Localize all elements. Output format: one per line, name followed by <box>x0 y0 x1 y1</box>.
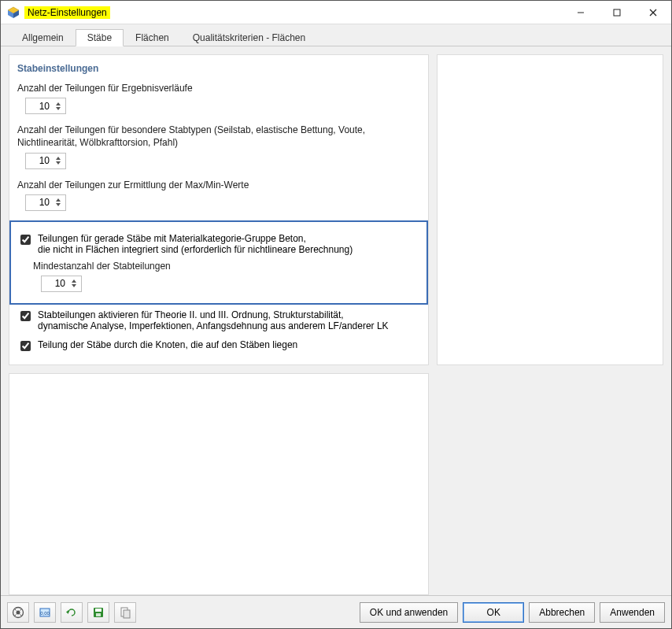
svg-rect-18 <box>96 613 101 616</box>
close-button[interactable] <box>635 1 671 24</box>
tabbar: Allgemein Stäbe Flächen Qualitätskriteri… <box>1 24 671 46</box>
divisions-special-label: Anzahl der Teilungen für besondere Stabt… <box>17 124 395 149</box>
tab-flaechen[interactable]: Flächen <box>124 28 181 46</box>
divisions-maxmin-spinner[interactable] <box>25 194 66 211</box>
chevron-down-icon[interactable] <box>56 107 61 110</box>
units-button[interactable]: 0,00 <box>34 602 56 623</box>
activate-divisions-checkbox[interactable] <box>20 311 31 321</box>
svg-rect-17 <box>95 609 102 612</box>
svg-rect-4 <box>614 9 620 16</box>
divisions-special-input[interactable] <box>26 154 53 167</box>
divisions-results-input[interactable] <box>26 100 53 113</box>
min-divisions-label: Mindestanzahl der Stabteilungen <box>33 260 420 272</box>
divide-by-nodes-checkbox[interactable] <box>20 341 31 351</box>
dialog-window: Netz-Einstellungen Allgemein Stäbe Fläch… <box>0 0 672 629</box>
settings-panel: Stabeinstellungen Anzahl der Teilungen f… <box>9 54 429 365</box>
titlebar: Netz-Einstellungen <box>1 1 671 24</box>
concrete-divisions-label: Teilungen für gerade Stäbe mit Materialk… <box>38 233 353 255</box>
divisions-maxmin-input[interactable] <box>26 196 53 209</box>
footer: 0,00 OK und anwenden OK Abbrechen Anwend… <box>1 595 671 628</box>
app-icon <box>7 6 20 19</box>
clipboard-button[interactable] <box>114 602 136 623</box>
chevron-up-icon[interactable] <box>72 279 76 283</box>
ok-and-apply-button[interactable]: OK und anwenden <box>360 602 458 623</box>
concrete-divisions-checkbox[interactable] <box>20 235 31 245</box>
tab-allgemein[interactable]: Allgemein <box>10 28 76 46</box>
chevron-down-icon[interactable] <box>56 161 61 165</box>
cancel-button[interactable]: Abbrechen <box>529 602 595 623</box>
help-button[interactable] <box>7 602 29 623</box>
apply-button[interactable]: Anwenden <box>600 602 665 623</box>
activate-divisions-label: Stabteilungen aktivieren für Theorie II.… <box>38 309 389 331</box>
lower-panel <box>9 373 429 595</box>
lower-spacer <box>437 373 663 595</box>
preview-panel <box>437 54 663 365</box>
divisions-results-spinner[interactable] <box>25 98 66 114</box>
ok-button[interactable]: OK <box>463 602 524 623</box>
min-divisions-input[interactable] <box>42 277 68 290</box>
min-divisions-spinner[interactable] <box>41 276 82 292</box>
divide-by-nodes-label: Teilung der Stäbe durch die Knoten, die … <box>38 339 297 350</box>
svg-rect-20 <box>124 610 130 618</box>
highlighted-option: Teilungen für gerade Stäbe mit Materialk… <box>9 220 428 305</box>
maximize-button[interactable] <box>599 1 635 24</box>
chevron-down-icon[interactable] <box>72 284 76 287</box>
chevron-down-icon[interactable] <box>56 203 61 206</box>
section-title: Stabeinstellungen <box>17 63 420 74</box>
svg-marker-15 <box>66 610 68 614</box>
window-title: Netz-Einstellungen <box>24 6 110 19</box>
divisions-results-label: Anzahl der Teilungen für Ergebnisverläuf… <box>17 82 420 94</box>
save-default-button[interactable] <box>87 602 109 623</box>
tab-qualitaet[interactable]: Qualitätskriterien - Flächen <box>181 28 317 46</box>
divisions-special-spinner[interactable] <box>25 153 66 169</box>
tab-staebe[interactable]: Stäbe <box>76 29 124 46</box>
svg-point-8 <box>17 610 20 614</box>
reset-button[interactable] <box>61 602 83 623</box>
svg-text:0,00: 0,00 <box>40 611 50 616</box>
divisions-maxmin-label: Anzahl der Teilungen zur Ermittlung der … <box>17 179 420 191</box>
dialog-body: Stabeinstellungen Anzahl der Teilungen f… <box>1 46 671 595</box>
chevron-up-icon[interactable] <box>56 102 61 105</box>
minimize-button[interactable] <box>563 1 599 24</box>
chevron-up-icon[interactable] <box>56 157 61 160</box>
chevron-up-icon[interactable] <box>56 198 61 202</box>
